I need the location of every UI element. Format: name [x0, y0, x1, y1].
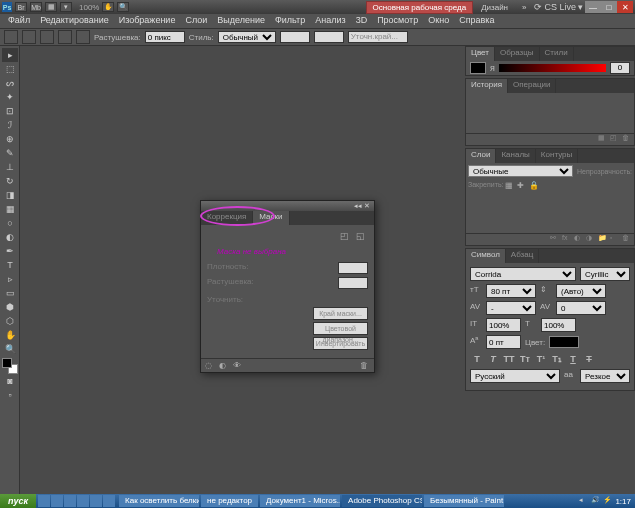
text-color-swatch[interactable] — [549, 336, 579, 348]
workspace-more-button[interactable]: » — [516, 2, 532, 13]
marquee-opt2-icon[interactable] — [58, 30, 72, 44]
menu-edit[interactable]: Редактирование — [36, 14, 113, 28]
tray-icon[interactable]: ◂ — [579, 496, 589, 506]
ql-icon[interactable] — [64, 495, 76, 507]
leading-select[interactable]: (Авто) — [556, 284, 606, 298]
tab-layers[interactable]: Слои — [466, 149, 496, 163]
workspace-main-button[interactable]: Основная рабочая среда — [366, 1, 474, 14]
width-input[interactable] — [280, 31, 310, 43]
quickmask-tool[interactable]: ◙ — [2, 374, 18, 388]
tab-channels[interactable]: Каналы — [496, 149, 535, 163]
close-button[interactable]: ✕ — [617, 1, 633, 13]
marquee-tool[interactable]: ⬚ — [2, 62, 18, 76]
delete-layer-icon[interactable]: 🗑 — [622, 234, 632, 244]
dialog-close-icon[interactable]: ✕ — [364, 202, 372, 210]
dialog-collapse-icon[interactable]: ◂◂ — [354, 202, 362, 210]
zoom-level[interactable]: 100% — [79, 3, 99, 12]
ql-icon[interactable] — [103, 495, 115, 507]
menu-help[interactable]: Справка — [455, 14, 498, 28]
shape-tool[interactable]: ▭ — [2, 286, 18, 300]
feather-input[interactable] — [145, 31, 185, 43]
strike-button[interactable]: T — [582, 352, 596, 366]
aa-select[interactable]: Резкое — [580, 369, 630, 383]
tab-character[interactable]: Символ — [466, 249, 506, 263]
zoom-icon[interactable]: 🔍 — [117, 2, 129, 12]
task-item[interactable]: не редактор — [201, 495, 258, 507]
dropdown-icon[interactable]: ▾ — [60, 2, 72, 12]
vector-mask-icon[interactable]: ◱ — [356, 231, 368, 243]
tab-masks[interactable]: Маски — [253, 211, 289, 225]
ql-icon[interactable] — [77, 495, 89, 507]
disable-mask-icon[interactable]: 👁 — [233, 361, 243, 371]
lock-position-icon[interactable]: ✚ — [517, 181, 527, 191]
menu-analysis[interactable]: Анализ — [311, 14, 349, 28]
color-range-button[interactable]: Цветовой диапазон... — [313, 322, 368, 335]
menu-layers[interactable]: Слои — [181, 14, 211, 28]
adjustment-icon[interactable]: ◑ — [586, 234, 596, 244]
path-tool[interactable]: ▹ — [2, 272, 18, 286]
link-icon[interactable]: ⚯ — [550, 234, 560, 244]
blur-tool[interactable]: ○ — [2, 216, 18, 230]
subscript-button[interactable]: T₁ — [550, 352, 564, 366]
menu-3d[interactable]: 3D — [352, 14, 372, 28]
mask-icon[interactable]: ◐ — [574, 234, 584, 244]
lock-all-icon[interactable]: 🔒 — [529, 181, 539, 191]
task-item[interactable]: Как осветлить белки — [119, 495, 199, 507]
bridge-icon[interactable]: Br — [15, 2, 27, 12]
history-icon[interactable]: ▦ — [598, 134, 608, 144]
hand-icon[interactable]: ✋ — [102, 2, 114, 12]
vscale-input[interactable] — [486, 318, 521, 332]
healing-tool[interactable]: ⊕ — [2, 132, 18, 146]
bold-button[interactable]: T — [470, 352, 484, 366]
menu-view[interactable]: Просмотр — [373, 14, 422, 28]
refine-edge-button[interactable]: Уточн.край... — [348, 31, 408, 43]
trash-icon[interactable]: 🗑 — [622, 134, 632, 144]
crop-tool[interactable]: ⊡ — [2, 104, 18, 118]
load-selection-icon[interactable]: ◌ — [205, 361, 215, 371]
blend-mode-select[interactable]: Обычные — [468, 165, 573, 177]
menu-window[interactable]: Окно — [424, 14, 453, 28]
marquee-opt-icon[interactable] — [40, 30, 54, 44]
new-layer-icon[interactable]: ▫ — [610, 234, 620, 244]
hand-tool[interactable]: ✋ — [2, 328, 18, 342]
fg-bg-colors[interactable] — [2, 358, 18, 374]
hscale-input[interactable] — [541, 318, 576, 332]
ql-icon[interactable] — [51, 495, 63, 507]
feather-mask-input[interactable] — [338, 277, 368, 289]
type-tool[interactable]: T — [2, 258, 18, 272]
3d-cam-tool[interactable]: ⬡ — [2, 314, 18, 328]
size-select[interactable]: 80 пт — [486, 284, 536, 298]
kerning-select[interactable]: - — [486, 301, 536, 315]
minimize-button[interactable]: — — [585, 1, 601, 13]
caps-button[interactable]: TT — [502, 352, 516, 366]
task-item[interactable]: Документ1 - Micros... — [260, 495, 340, 507]
ql-icon[interactable] — [90, 495, 102, 507]
eyedropper-tool[interactable]: ℐ — [2, 118, 18, 132]
move-tool[interactable]: ▸ — [2, 48, 18, 62]
tab-paths[interactable]: Контуры — [536, 149, 578, 163]
tab-styles[interactable]: Стили — [540, 47, 574, 61]
cslive-button[interactable]: ⟳CS Live▾ — [534, 2, 583, 12]
mb-icon[interactable]: Mb — [30, 2, 42, 12]
tray-icon[interactable]: 🔊 — [591, 496, 601, 506]
script-select[interactable]: Cyrillic — [580, 267, 630, 281]
italic-button[interactable]: T — [486, 352, 500, 366]
menu-select[interactable]: Выделение — [213, 14, 269, 28]
3d-tool[interactable]: ⬢ — [2, 300, 18, 314]
color-value[interactable]: 0 — [610, 62, 630, 74]
eraser-tool[interactable]: ◨ — [2, 188, 18, 202]
task-item-active[interactable]: Adobe Photoshop CS... — [342, 495, 422, 507]
tab-swatches[interactable]: Образцы — [495, 47, 540, 61]
density-input[interactable] — [338, 262, 368, 274]
tab-adjustments[interactable]: Коррекция — [201, 211, 253, 225]
tab-paragraph[interactable]: Абзац — [506, 249, 539, 263]
task-item[interactable]: Безымянный - Paint — [424, 495, 504, 507]
pixel-mask-icon[interactable]: ◰ — [340, 231, 352, 243]
font-select[interactable]: Corrida — [470, 267, 576, 281]
baseline-input[interactable] — [486, 335, 521, 349]
tab-history[interactable]: История — [466, 79, 508, 93]
menu-image[interactable]: Изображение — [115, 14, 180, 28]
workspace-design-button[interactable]: Дизайн — [475, 2, 514, 13]
group-icon[interactable]: 📁 — [598, 234, 608, 244]
delete-mask-icon[interactable]: 🗑 — [360, 361, 370, 371]
